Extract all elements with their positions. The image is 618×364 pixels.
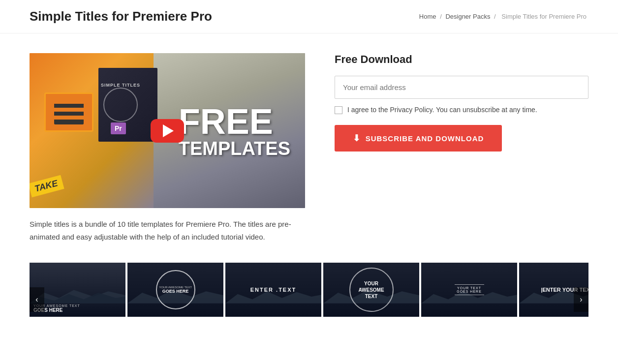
page-header: Simple Titles for Premiere Pro Home / De…	[0, 0, 618, 33]
privacy-row: I agree to the Privacy Policy. You can u…	[335, 106, 588, 114]
video-inner: TAKE SIMPLE TITLES Pr FREE TEMPLATES	[30, 53, 305, 208]
free-download-title: Free Download	[335, 53, 588, 66]
clapper-icon	[44, 92, 93, 132]
free-text: FREE	[179, 104, 290, 139]
carousel-prev-button[interactable]: ‹	[30, 287, 44, 312]
ci-circle: YOUR AWESOME TEXT GOES HERE	[156, 270, 195, 309]
page-title: Simple Titles for Premiere Pro	[30, 9, 212, 24]
description: Simple titles is a bundle of 10 title te…	[30, 218, 305, 243]
carousel-item[interactable]: YOUR TEXT GOES HERE	[421, 263, 517, 317]
carousel-item[interactable]: YOURAWESOMETEXT	[323, 263, 419, 317]
breadcrumb-sep2: /	[494, 13, 496, 20]
privacy-text: I agree to the Privacy Policy. You can u…	[347, 106, 537, 114]
breadcrumb-sep1: /	[440, 13, 442, 20]
templates-text: TEMPLATES	[179, 139, 290, 158]
ci-lines-text: YOUR TEXT GOES HERE	[455, 283, 484, 297]
simple-titles-label: SIMPLE TITLES	[101, 83, 160, 88]
breadcrumb: Home / Designer Packs / Simple Titles fo…	[419, 13, 588, 20]
carousel-next-button[interactable]: ›	[574, 287, 588, 312]
subscribe-button[interactable]: ⬇ SUBSCRIBE AND DOWNLOAD	[335, 125, 502, 152]
video-overlay-text: FREE TEMPLATES	[179, 104, 290, 158]
ci-big-circle: YOURAWESOMETEXT	[349, 268, 394, 312]
subscribe-label: SUBSCRIBE AND DOWNLOAD	[366, 134, 484, 143]
main-content: TAKE SIMPLE TITLES Pr FREE TEMPLATES	[0, 33, 618, 263]
clapper-inner	[54, 100, 84, 124]
breadcrumb-current: Simple Titles for Premiere Pro	[501, 13, 587, 20]
pr-label: Pr	[111, 122, 126, 134]
svg-marker-3	[225, 291, 321, 303]
breadcrumb-designer-packs[interactable]: Designer Packs	[445, 13, 490, 20]
email-input[interactable]	[335, 76, 588, 99]
breadcrumb-home[interactable]: Home	[419, 13, 436, 20]
carousel-item[interactable]: YOUR AWESOME TEXT GOES HERE	[127, 263, 223, 317]
box-graphic: SIMPLE TITLES Pr	[98, 68, 157, 142]
carousel-track: YOUR AWESOME TEXT GOES HERE YOUR AWESOME…	[30, 263, 588, 317]
left-column: TAKE SIMPLE TITLES Pr FREE TEMPLATES	[30, 53, 305, 243]
play-button[interactable]	[151, 119, 184, 143]
ci-center-text: ENTER .TEXT	[250, 287, 297, 293]
video-thumbnail[interactable]: TAKE SIMPLE TITLES Pr FREE TEMPLATES	[30, 53, 305, 208]
carousel-section: ‹ YOUR AWESOME TEXT GOES HERE YOUR AWESO…	[0, 263, 618, 336]
download-icon: ⬇	[353, 133, 361, 144]
right-column: Free Download I agree to the Privacy Pol…	[335, 53, 588, 243]
carousel-item[interactable]: ENTER .TEXT	[225, 263, 321, 317]
privacy-checkbox[interactable]	[335, 106, 342, 114]
